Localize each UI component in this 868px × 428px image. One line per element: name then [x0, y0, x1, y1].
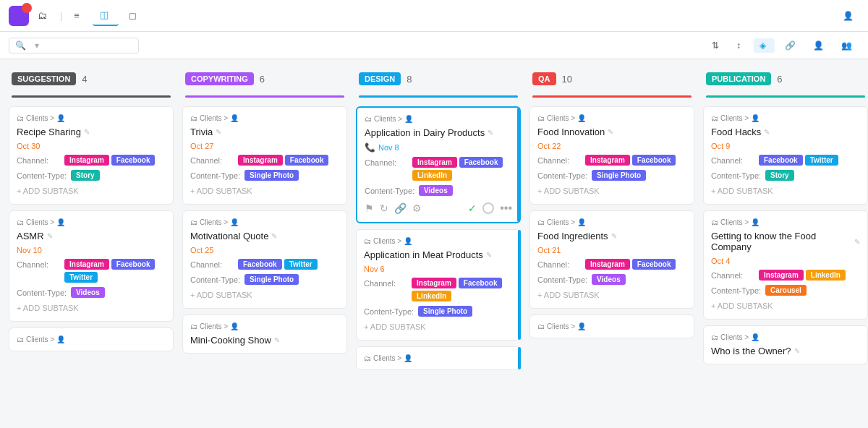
- flag-icon[interactable]: ⚑: [365, 202, 374, 214]
- card-breadcrumb: 🗂 Clients > 👤: [190, 218, 339, 226]
- assign-icon: 👥: [841, 40, 852, 51]
- channel-label: Channel:: [365, 157, 408, 167]
- card-qa-0[interactable]: 🗂 Clients > 👤 Food Innovation ✎ Oct 22 C…: [529, 106, 694, 205]
- card-qa-1[interactable]: 🗂 Clients > 👤 Food Ingredients ✎ Oct 21 …: [529, 210, 694, 309]
- edit-icon[interactable]: ✎: [271, 232, 277, 240]
- group-by-btn[interactable]: ◈: [754, 38, 775, 53]
- col-header-suggestion: SUGGESTION 4: [9, 68, 174, 90]
- card-design-1[interactable]: 🗂 Clients > 👤 Application in Meat Produc…: [356, 229, 521, 341]
- card-date: Oct 21: [537, 246, 686, 254]
- add-subtask-btn[interactable]: + ADD SUBTASK: [364, 321, 513, 333]
- card-publication-0[interactable]: 🗂 Clients > 👤 Food Hacks ✎ Oct 9 Channel…: [703, 106, 868, 205]
- col-divider-suggestion: [12, 95, 171, 98]
- card-suggestion-0[interactable]: 🗂 Clients > 👤 Recipe Sharing ✎ Oct 30 Ch…: [9, 106, 174, 205]
- content-type-label: Content-Type:: [364, 306, 414, 316]
- card-publication-2[interactable]: 🗂 Clients > 👤 Who is the Owner? ✎: [703, 325, 868, 364]
- breadcrumb-client-icon: 🗂: [711, 218, 718, 226]
- card-copywriting-1[interactable]: 🗂 Clients > 👤 Motivational Quote ✎ Oct 2…: [182, 210, 347, 309]
- edit-icon[interactable]: ✎: [854, 238, 860, 246]
- channel-label: Channel:: [17, 259, 60, 269]
- edit-icon[interactable]: ✎: [486, 251, 492, 259]
- filter-icon: ⇅: [712, 40, 719, 51]
- ass-btn[interactable]: 👥: [837, 38, 859, 53]
- tag-videos: Videos: [592, 274, 626, 285]
- add-subtask-btn[interactable]: + ADD SUBTASK: [537, 185, 686, 197]
- breadcrumb-client-icon: 🗂: [364, 237, 371, 245]
- card-date: Oct 30: [17, 142, 166, 150]
- add-subtask-btn[interactable]: + ADD SUBTASK: [711, 185, 860, 197]
- check-icon[interactable]: ✓: [468, 202, 477, 214]
- tag-instagram: Instagram: [412, 157, 457, 168]
- toolbar: 🔍 ▾ ⇅ ↕ ◈ 🔗 👤 👥: [0, 32, 868, 59]
- edit-icon[interactable]: ✎: [794, 347, 800, 355]
- tab-view-add[interactable]: [150, 12, 164, 20]
- add-subtask-btn[interactable]: + ADD SUBTASK: [711, 300, 860, 312]
- search-box[interactable]: 🔍 ▾: [9, 38, 139, 54]
- add-subtask-btn[interactable]: + ADD SUBTASK: [190, 289, 339, 301]
- card-suggestion-2[interactable]: 🗂 Clients > 👤: [9, 328, 174, 351]
- add-subtask-btn[interactable]: + ADD SUBTASK: [537, 289, 686, 301]
- tag-facebook: Facebook: [632, 259, 676, 270]
- card-checkbox[interactable]: [482, 202, 494, 214]
- sort-icon: ↕: [736, 40, 741, 51]
- more-icon[interactable]: •••: [500, 202, 512, 215]
- card-content-type-field: Content-Type: Videos: [365, 185, 512, 196]
- link-icon[interactable]: 🔗: [394, 202, 407, 214]
- edit-icon[interactable]: ✎: [216, 128, 221, 136]
- tag-facebook: Facebook: [632, 155, 676, 166]
- card-content-type-field: Content-Type: Carousel: [711, 285, 860, 296]
- col-header-design: DESIGN 8: [356, 68, 521, 90]
- card-channel-field: Channel: InstagramFacebook: [190, 155, 339, 166]
- edit-icon[interactable]: ✎: [608, 128, 613, 136]
- card-design-2[interactable]: 🗂 Clients > 👤: [356, 346, 521, 370]
- topbar: 🗂 | ≡ ◫ ◻ 👤: [0, 0, 868, 32]
- card-breadcrumb: 🗂 Clients > 👤: [711, 114, 860, 122]
- tab-content-stage[interactable]: ◫: [93, 5, 119, 26]
- card-title: Food Innovation ✎: [537, 127, 686, 137]
- edit-icon[interactable]: ✎: [488, 129, 493, 137]
- settings-icon[interactable]: ⚙: [412, 202, 422, 214]
- card-content-type-field: Content-Type: Story: [17, 170, 166, 181]
- phone-icon: 📞: [365, 142, 375, 153]
- tag-linkedin: LinkedIn: [806, 270, 846, 281]
- app-icon[interactable]: [9, 6, 29, 26]
- add-subtask-btn[interactable]: + ADD SUBTASK: [17, 185, 166, 197]
- tag-single-photo: Single Photo: [244, 170, 299, 181]
- card-publication-1[interactable]: 🗂 Clients > 👤 Getting to know the Food C…: [703, 210, 868, 320]
- col-divider-publication: [706, 95, 865, 98]
- column-qa: QA 10 🗂 Clients > 👤 Food Innovation ✎ Oc…: [529, 68, 694, 338]
- add-subtask-btn[interactable]: + ADD SUBTASK: [190, 185, 339, 197]
- filter-btn[interactable]: ⇅: [707, 38, 726, 53]
- tab-qa-stage[interactable]: ◻: [122, 6, 147, 25]
- breadcrumb-client-icon: 🗂: [190, 322, 197, 330]
- edit-icon[interactable]: ✎: [274, 336, 280, 344]
- col-badge-qa: QA: [532, 72, 556, 85]
- card-copywriting-2[interactable]: 🗂 Clients > 👤 Mini-Cooking Show ✎: [182, 314, 347, 354]
- card-copywriting-0[interactable]: 🗂 Clients > 👤 Trivia ✎ Oct 27 Channel: I…: [182, 106, 347, 205]
- refresh-icon[interactable]: ↻: [380, 202, 388, 214]
- content-type-tags: Single Photo: [418, 306, 472, 317]
- search-icon: 🔍: [15, 40, 26, 51]
- card-breadcrumb: 🗂 Clients > 👤: [17, 218, 166, 226]
- card-content-type-field: Content-Type: Single Photo: [190, 170, 339, 181]
- add-subtask-btn[interactable]: + ADD SUBTASK: [17, 302, 166, 314]
- me-btn[interactable]: 👤: [809, 38, 831, 53]
- edit-icon[interactable]: ✎: [84, 128, 90, 136]
- subtasks-btn[interactable]: 🔗: [780, 38, 803, 53]
- tag-facebook: Facebook: [238, 259, 282, 270]
- search-dropdown-icon[interactable]: ▾: [35, 40, 39, 51]
- card-design-0[interactable]: 🗂 Clients > 👤 Application in Dairy Produ…: [356, 106, 521, 223]
- card-qa-2[interactable]: 🗂 Clients > 👤: [529, 314, 694, 338]
- folder-item[interactable]: 🗂: [32, 7, 56, 24]
- tab-content-list[interactable]: ≡: [67, 6, 90, 25]
- card-date: Oct 9: [711, 142, 860, 150]
- sort-btn[interactable]: ↕: [732, 38, 748, 53]
- edit-icon[interactable]: ✎: [764, 128, 770, 136]
- separator: |: [60, 11, 62, 21]
- me-icon: 👤: [813, 40, 824, 51]
- card-suggestion-1[interactable]: 🗂 Clients > 👤 ASMR ✎ Nov 10 Channel: Ins…: [9, 210, 174, 322]
- col-divider-design: [359, 95, 518, 98]
- edit-icon[interactable]: ✎: [611, 232, 617, 240]
- edit-icon[interactable]: ✎: [47, 232, 53, 240]
- card-title: Recipe Sharing ✎: [17, 127, 166, 137]
